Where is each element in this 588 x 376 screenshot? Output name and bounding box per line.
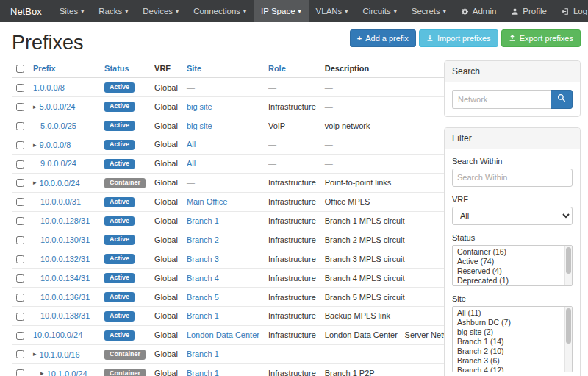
expand-arrow-icon[interactable]: ▸ <box>33 142 37 149</box>
prefix-link[interactable]: 10.0.0.128/31 <box>40 216 90 225</box>
row-checkbox[interactable] <box>16 294 24 302</box>
listbox-option[interactable]: big site (2) <box>453 327 572 337</box>
listbox-option[interactable]: Branch 4 (12) <box>453 366 572 372</box>
prefix-link[interactable]: 10.0.0.0/24 <box>40 179 80 188</box>
site-link[interactable]: Branch 3 <box>187 255 219 263</box>
import-prefixes-button[interactable]: Import prefixes <box>419 29 498 47</box>
nav-item-sites[interactable]: Sites ▾ <box>52 0 92 22</box>
nav-item-ip-space[interactable]: IP Space ▾ <box>254 0 308 22</box>
row-checkbox[interactable] <box>16 160 24 169</box>
prefix-table-body: ▸1.0.0.0/8 Active Global — — — ▸5.0.0.0/… <box>12 77 465 376</box>
prefix-link[interactable]: 10.1.0.0/24 <box>47 369 87 376</box>
site-link[interactable]: Branch 4 <box>187 274 219 283</box>
row-checkbox[interactable] <box>16 350 24 358</box>
listbox-option[interactable]: Container (16) <box>453 247 572 257</box>
scrollbar[interactable] <box>564 246 572 285</box>
export-prefixes-button[interactable]: Export prefixes <box>501 29 581 47</box>
nav-item-admin[interactable]: Admin <box>453 0 504 22</box>
prefix-link[interactable]: 9.0.0.0/8 <box>40 141 71 149</box>
sort-header-prefix[interactable]: Prefix <box>33 64 56 73</box>
row-checkbox[interactable] <box>16 179 24 187</box>
table-row: ▸10.0.0.134/31 Active Global Branch 4 In… <box>12 269 465 288</box>
site-link[interactable]: London Data Center <box>187 330 259 339</box>
row-checkbox[interactable] <box>16 236 24 244</box>
listbox-option[interactable]: Branch 2 (10) <box>453 347 572 356</box>
site-link[interactable]: big site <box>187 102 212 111</box>
scrollbar[interactable] <box>564 307 572 372</box>
prefix-cell-inner: ▸10.0.0.0/31 <box>33 197 81 206</box>
row-checkbox[interactable] <box>16 84 24 92</box>
row-checkbox[interactable] <box>16 217 24 225</box>
select-all-checkbox[interactable] <box>16 65 24 73</box>
row-checkbox[interactable] <box>16 255 24 263</box>
nav-item-racks[interactable]: Racks ▾ <box>91 0 135 22</box>
brand-logo[interactable]: NetBox <box>0 0 52 22</box>
prefix-link[interactable]: 10.0.100.0/24 <box>33 330 82 339</box>
nav-item-vlans[interactable]: VLANs ▾ <box>309 0 356 22</box>
listbox-option[interactable]: Reserved (4) <box>453 266 572 276</box>
listbox-option[interactable]: Deprecated (1) <box>453 276 572 285</box>
prefix-link[interactable]: 10.0.0.134/31 <box>40 274 90 283</box>
listbox-option[interactable]: All (11) <box>453 308 572 318</box>
search-input[interactable] <box>452 90 551 109</box>
nav-item-connections[interactable]: Connections ▾ <box>186 0 254 22</box>
add-prefix-button[interactable]: + Add a prefix <box>350 29 416 47</box>
prefix-link[interactable]: 10.0.0.138/31 <box>40 311 90 320</box>
sort-header-site[interactable]: Site <box>187 64 201 73</box>
gear-icon <box>461 7 469 15</box>
sort-header-status[interactable]: Status <box>104 64 129 73</box>
description-cell: Branch 1 P2P <box>320 363 465 376</box>
sort-header-role[interactable]: Role <box>268 64 286 73</box>
row-checkbox[interactable] <box>16 122 24 130</box>
vrf-cell: Global <box>150 230 182 249</box>
row-checkbox[interactable] <box>16 369 24 376</box>
nav-item-profile[interactable]: Profile <box>503 0 554 22</box>
nav-item-secrets[interactable]: Secrets ▾ <box>404 0 453 22</box>
nav-item-logout[interactable]: Log out <box>554 0 588 22</box>
prefix-link[interactable]: 1.0.0.0/8 <box>33 83 65 92</box>
vrf-select[interactable]: All <box>452 207 573 225</box>
expand-arrow-icon[interactable]: ▸ <box>40 370 44 376</box>
row-checkbox[interactable] <box>16 274 24 283</box>
row-checkbox[interactable] <box>16 332 24 340</box>
search-button[interactable] <box>551 90 573 109</box>
site-link[interactable]: Branch 1 <box>187 369 219 376</box>
expand-arrow-icon[interactable]: ▸ <box>33 351 37 358</box>
prefix-link[interactable]: 10.1.0.0/16 <box>40 350 80 359</box>
prefix-link[interactable]: 10.0.0.136/31 <box>40 293 90 302</box>
site-link[interactable]: Branch 1 <box>187 350 219 358</box>
site-link[interactable]: All <box>187 140 196 149</box>
row-checkbox[interactable] <box>16 141 24 149</box>
prefix-link[interactable]: 5.0.0.0/25 <box>40 121 76 130</box>
listbox-option[interactable]: Ashburn DC (7) <box>453 318 572 327</box>
prefix-link[interactable]: 10.0.0.132/31 <box>40 255 90 263</box>
status-listbox[interactable]: Container (16)Active (74)Reserved (4)Dep… <box>452 245 573 286</box>
site-listbox[interactable]: All (11)Ashburn DC (7)big site (2)Branch… <box>452 306 573 372</box>
nav-item-circuits[interactable]: Circuits ▾ <box>355 0 404 22</box>
listbox-option[interactable]: Active (74) <box>453 257 572 266</box>
chevron-down-icon: ▾ <box>345 9 348 15</box>
prefix-link[interactable]: 9.0.0.0/24 <box>40 159 76 168</box>
prefix-link[interactable]: 5.0.0.0/24 <box>40 102 76 111</box>
search-within-input[interactable] <box>452 169 573 187</box>
expand-arrow-icon[interactable]: ▸ <box>33 180 37 186</box>
row-checkbox[interactable] <box>16 198 24 206</box>
prefix-cell-inner: ▸5.0.0.0/25 <box>33 121 76 130</box>
description-cell: — <box>320 77 465 96</box>
nav-item-label: Circuits <box>362 7 390 15</box>
expand-arrow-icon[interactable]: ▸ <box>33 104 37 110</box>
prefix-link[interactable]: 10.0.0.0/31 <box>40 197 81 206</box>
site-link[interactable]: Branch 5 <box>187 293 219 302</box>
site-link[interactable]: All <box>187 159 196 168</box>
site-link[interactable]: big site <box>187 121 212 130</box>
site-link[interactable]: Branch 1 <box>187 311 219 320</box>
row-checkbox[interactable] <box>16 313 24 321</box>
listbox-option[interactable]: Branch 3 (6) <box>453 356 572 366</box>
listbox-option[interactable]: Branch 1 (14) <box>453 337 572 347</box>
site-link[interactable]: Main Office <box>187 197 227 206</box>
prefix-link[interactable]: 10.0.0.130/31 <box>40 235 90 244</box>
nav-item-devices[interactable]: Devices ▾ <box>135 0 186 22</box>
site-link[interactable]: Branch 1 <box>187 216 219 225</box>
row-checkbox[interactable] <box>16 103 24 111</box>
site-link[interactable]: Branch 2 <box>187 235 219 244</box>
